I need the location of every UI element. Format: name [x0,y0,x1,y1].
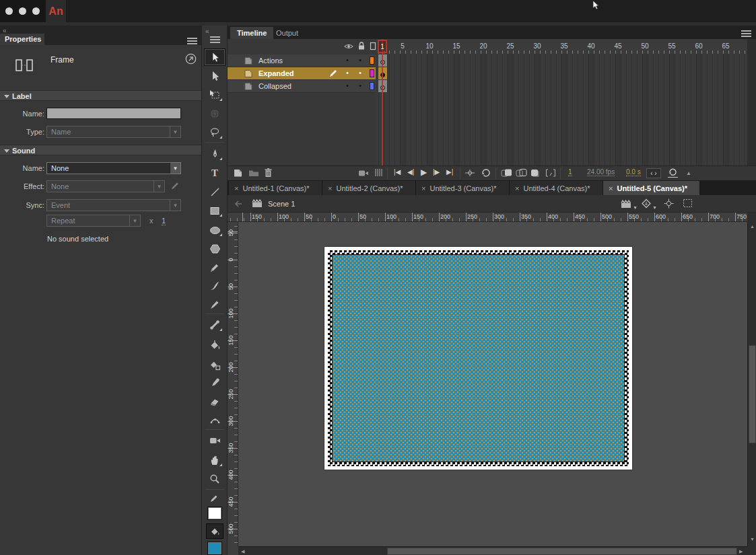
layer-row-expanded[interactable]: Expanded • • [228,67,376,80]
bone-tool[interactable] [204,316,226,334]
vertical-scrollbar-thumb[interactable] [749,345,756,443]
section-label[interactable]: Label [0,90,201,101]
go-to-last-frame-button[interactable]: ▶| [446,168,453,176]
label-name-input[interactable] [46,108,181,119]
layer-lock-dot[interactable]: • [357,57,364,64]
rectangle-tool[interactable] [204,202,226,219]
edit-multiple-frames-icon[interactable] [530,168,541,178]
close-doc-icon[interactable]: × [421,184,425,192]
close-doc-icon[interactable]: × [234,184,238,192]
polystar-tool[interactable] [204,240,226,258]
layer-visibility-dot[interactable]: • [344,69,351,77]
elapsed-time-hottext[interactable]: 0.0 s [626,168,641,176]
tools-menu-icon[interactable] [210,36,220,43]
timeline-menu-icon[interactable] [741,30,751,37]
doc-tab-untitled-3[interactable]: × Untitled-3 (Canvas)* [416,181,510,195]
close-doc-icon[interactable]: × [609,184,613,192]
classic-brush-tool[interactable] [204,296,226,313]
reset-timeline-zoom-icon[interactable] [668,168,678,178]
scroll-right-icon[interactable]: ▶ [739,549,743,554]
close-window-button[interactable] [5,7,13,15]
zoom-out-timeline-icon[interactable]: ▲ [686,170,691,176]
step-back-button[interactable]: ◀| [407,168,414,176]
free-transform-tool[interactable] [204,86,226,104]
clip-content-icon[interactable] [683,198,693,208]
panel-menu-icon[interactable] [187,38,197,44]
step-forward-button[interactable]: |▶ [433,168,440,176]
playhead[interactable]: 1 [378,40,387,53]
stroke-color-swatch[interactable] [207,507,222,520]
play-button[interactable]: ▶ [421,168,427,177]
scroll-left-icon[interactable]: ◀ [241,549,244,554]
center-frame-icon[interactable] [465,169,475,177]
close-doc-icon[interactable]: × [515,184,519,192]
close-doc-icon[interactable]: × [328,184,332,192]
camera-tool[interactable] [204,432,226,449]
zoom-tool[interactable] [204,470,226,488]
center-stage-icon[interactable] [664,198,674,209]
onion-markers-icon[interactable] [374,168,382,177]
width-tool[interactable] [204,412,226,429]
layer-outline-swatch[interactable] [370,69,374,77]
minimize-window-button[interactable] [19,7,26,15]
zoom-window-button[interactable] [32,7,40,15]
current-frame-hottext[interactable]: 1 [568,168,572,176]
doc-tab-untitled-2[interactable]: × Untitled-2 (Canvas)* [322,181,416,195]
timeline-frames-area[interactable] [376,54,747,165]
text-tool[interactable]: T [204,164,226,182]
oval-tool[interactable] [204,221,226,239]
selection-tool[interactable] [204,48,226,66]
stage[interactable] [324,247,632,470]
scroll-down-icon[interactable]: ▼ [750,537,755,542]
playhead-line[interactable] [382,39,383,165]
layer-lock-dot[interactable]: • [357,82,364,89]
horizontal-scrollbar-thumb[interactable] [387,548,737,555]
sound-name-select[interactable]: None ▼ [46,162,181,174]
layer-lock-dot[interactable]: • [357,69,364,77]
layer-outline-swatch[interactable] [370,82,374,90]
repeat-count-hottext[interactable]: 1 [162,217,166,225]
launch-help-icon[interactable] [185,53,197,65]
pasteboard[interactable] [238,222,747,546]
layer-visibility-dot[interactable]: • [344,57,351,64]
modify-markers-icon[interactable] [545,168,556,178]
paint-bucket-tool[interactable] [204,336,226,354]
back-arrow-icon[interactable] [233,200,242,208]
new-folder-icon[interactable] [248,169,259,177]
keyframe-cell-collapsed[interactable] [378,80,388,92]
tab-timeline[interactable]: Timeline [230,27,273,39]
loop-playback-icon[interactable] [481,168,491,178]
lock-layers-icon[interactable] [357,41,366,50]
pen-tool[interactable] [204,145,226,163]
doc-tab-untitled-4[interactable]: × Untitled-4 (Canvas)* [510,181,603,195]
layer-visibility-dot[interactable]: • [344,82,351,89]
lasso-tool[interactable] [204,124,226,141]
selected-rectangle-shape[interactable] [332,254,625,462]
vertical-scrollbar[interactable]: ▲ ▼ [747,222,756,546]
subselection-tool[interactable] [204,67,226,85]
doc-tab-untitled-5[interactable]: × Untitled-5 (Canvas)* [603,181,700,195]
timeline-frame-ruler[interactable]: 5101520253035404550556065 [376,39,747,54]
layer-outline-swatch[interactable] [370,57,374,65]
show-hide-layers-icon[interactable] [344,42,353,50]
eyedropper-tool[interactable] [204,374,226,392]
loop-range-brackets-button[interactable]: ‹ › [646,168,661,178]
add-camera-icon[interactable] [358,169,369,178]
go-to-first-frame-button[interactable]: |◀ [394,168,401,176]
ink-bottle-tool[interactable] [204,357,226,374]
onion-skin-outlines-icon[interactable] [516,168,527,178]
fill-color-swatch[interactable] [207,542,222,555]
keyframe-cell-actions[interactable] [378,54,388,67]
keyframe-cell-expanded[interactable] [378,67,388,79]
outline-layers-icon[interactable] [370,42,377,50]
paint-brush-tool[interactable] [204,277,226,295]
edit-symbols-icon[interactable] [641,198,652,209]
section-sound[interactable]: Sound [0,145,201,155]
scroll-up-icon[interactable]: ▲ [750,224,755,229]
new-layer-icon[interactable] [233,168,243,178]
collapse-tools-icon[interactable]: « [205,28,209,35]
edit-scene-icon[interactable] [621,199,632,209]
onion-skin-icon[interactable] [501,168,512,178]
frame-rate-hottext[interactable]: 24.00 fps [587,168,615,176]
layer-row-collapsed[interactable]: Collapsed • • [228,80,376,93]
